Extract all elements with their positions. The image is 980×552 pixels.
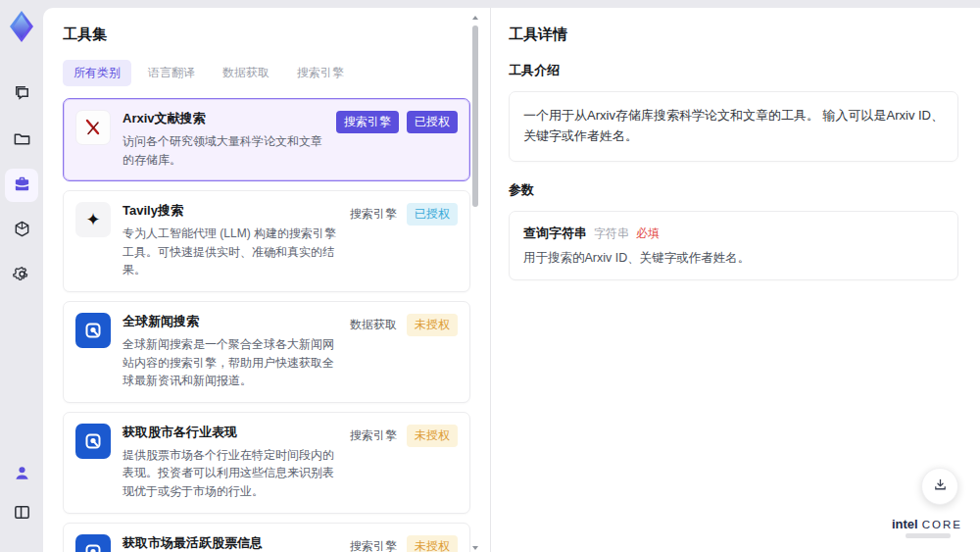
app-window: 工具集 所有类别 语言翻译 数据获取 搜索引擎 A	[0, 0, 980, 552]
tab-language-translation[interactable]: 语言翻译	[137, 60, 206, 86]
tool-title: Arxiv文献搜索	[122, 110, 324, 127]
cube-icon	[13, 220, 31, 242]
tool-card-sector-performance[interactable]: 获取股市各行业表现 提供股票市场各个行业在特定时间段内的表现。投资者可以利用这些…	[63, 412, 470, 514]
tool-card-global-news[interactable]: 全球新闻搜索 全球新闻搜索是一个聚合全球各大新闻网站内容的搜索引擎，帮助用户快速…	[63, 301, 470, 403]
auth-status-badge: 未授权	[407, 425, 458, 447]
folder-icon	[13, 129, 31, 152]
category-tabs: 所有类别 语言翻译 数据获取 搜索引擎	[63, 60, 484, 86]
tavily-star-icon: ✦	[75, 202, 111, 237]
sidebar-item-account[interactable]	[5, 458, 38, 491]
tool-card-list: Arxiv文献搜索 访问各个研究领域大量科学论文和文章的存储库。 搜索引擎 已授…	[63, 98, 484, 552]
category-label: 搜索引擎	[348, 203, 399, 226]
sidebar-item-packages[interactable]	[5, 214, 38, 247]
param-name: 查询字符串	[523, 225, 587, 242]
list-scrollbar[interactable]	[471, 25, 479, 552]
tool-detail-panel: 工具详情 工具介绍 一个用于从Arxiv存储库搜索科学论文和文章的工具。 输入可…	[491, 8, 980, 552]
category-label: 搜索引擎	[348, 535, 399, 552]
param-type: 字符串	[594, 226, 629, 242]
gear-icon	[13, 265, 31, 287]
category-badge: 搜索引擎	[336, 111, 399, 133]
tool-title: 获取市场最活跃股票信息	[122, 534, 336, 552]
category-label: 数据获取	[348, 314, 399, 336]
intel-core-logo: intel CORE	[892, 518, 962, 539]
scroll-up-arrow[interactable]	[472, 16, 478, 20]
sidebar-item-settings[interactable]	[5, 259, 38, 292]
param-required-flag: 必填	[636, 226, 660, 242]
auth-status-badge: 已授权	[407, 203, 458, 226]
tool-card-tavily[interactable]: ✦ Tavily搜索 专为人工智能代理 (LLM) 构建的搜索引擎工具。可快速提…	[63, 190, 470, 292]
user-icon	[13, 464, 31, 486]
intel-logo-text: intel	[892, 517, 918, 531]
scrollbar-thumb[interactable]	[472, 25, 478, 207]
category-label: 搜索引擎	[348, 425, 399, 447]
intro-heading: 工具介绍	[509, 62, 958, 79]
tool-card-arxiv[interactable]: Arxiv文献搜索 访问各个研究领域大量科学论文和文章的存储库。 搜索引擎 已授…	[63, 98, 470, 181]
sidebar-item-chat[interactable]	[5, 78, 38, 112]
auth-status-badge: 已授权	[407, 111, 458, 133]
tool-title: 获取股市各行业表现	[122, 424, 336, 441]
page-title: 工具集	[63, 25, 484, 44]
auth-status-badge: 未授权	[407, 314, 458, 336]
download-button[interactable]	[921, 468, 958, 505]
app-logo-icon[interactable]	[7, 10, 36, 43]
tool-title: Tavily搜索	[122, 202, 336, 220]
arxiv-icon	[75, 110, 111, 145]
news-search-icon	[75, 534, 111, 552]
tab-search-engine[interactable]: 搜索引擎	[286, 60, 355, 86]
tab-all-categories[interactable]: 所有类别	[63, 60, 131, 86]
sidebar-item-files[interactable]	[5, 124, 38, 157]
params-heading: 参数	[509, 181, 958, 199]
download-icon	[932, 477, 949, 497]
tool-title: 全球新闻搜索	[122, 313, 336, 330]
tool-description: 专为人工智能代理 (LLM) 构建的搜索引擎工具。可快速提供实时、准确和真实的结…	[122, 225, 336, 279]
tool-card-most-active-stocks[interactable]: 获取市场最活跃股票信息 提供当天交易量最高的股票列表。投资者可以利用这些信息来识…	[63, 523, 470, 552]
parameter-item: 查询字符串 字符串 必填 用于搜索的Arxiv ID、关键字或作者姓名。	[509, 211, 958, 280]
chat-icon	[13, 84, 31, 107]
auth-status-badge: 未授权	[407, 535, 458, 552]
scroll-down-arrow[interactable]	[472, 546, 478, 550]
sidebar-item-panel-toggle[interactable]	[5, 497, 38, 530]
tab-data-fetch[interactable]: 数据获取	[212, 60, 280, 86]
tool-description: 访问各个研究领域大量科学论文和文章的存储库。	[122, 132, 324, 169]
intro-text-box: 一个用于从Arxiv存储库搜索科学论文和文章的工具。 输入可以是Arxiv ID…	[509, 91, 958, 162]
sidebar-rail	[0, 0, 43, 552]
news-search-icon	[75, 424, 111, 459]
detail-title: 工具详情	[509, 25, 958, 44]
tool-description: 提供股票市场各个行业在特定时间段内的表现。投资者可以利用这些信息来识别表现优于或…	[122, 446, 336, 501]
news-search-icon	[75, 313, 111, 348]
brand-sub-mark	[906, 533, 951, 538]
tool-list-panel: 工具集 所有类别 语言翻译 数据获取 搜索引擎 A	[43, 8, 490, 552]
tool-description: 全球新闻搜索是一个聚合全球各大新闻网站内容的搜索引擎，帮助用户快速获取全球最新资…	[122, 335, 336, 390]
panel-toggle-icon	[13, 503, 31, 526]
sidebar-item-tools[interactable]	[5, 169, 38, 202]
param-description: 用于搜索的Arxiv ID、关键字或作者姓名。	[523, 250, 944, 267]
briefcase-icon	[13, 175, 31, 197]
main-panel: 工具集 所有类别 语言翻译 数据获取 搜索引擎 A	[43, 8, 980, 552]
core-logo-text: CORE	[922, 519, 962, 530]
